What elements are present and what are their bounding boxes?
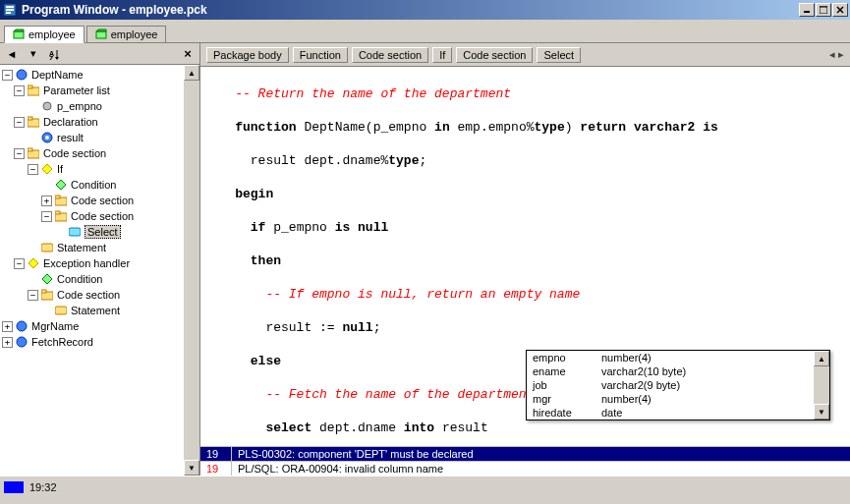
breadcrumb-select[interactable]: Select [537, 47, 581, 63]
tree-node-if[interactable]: −If [0, 161, 199, 177]
breadcrumb-code-section-2[interactable]: Code section [456, 47, 533, 63]
breadcrumb-function[interactable]: Function [293, 47, 348, 63]
svg-rect-22 [28, 117, 32, 120]
tree-scrollbar[interactable]: ▲ ▼ [184, 65, 199, 476]
svg-rect-1 [6, 6, 14, 8]
sidebar-close-button[interactable]: × [180, 46, 196, 62]
scroll-up-icon[interactable]: ▲ [184, 65, 199, 81]
tree-node-result[interactable]: result [0, 130, 199, 145]
collapse-icon[interactable]: − [28, 290, 38, 301]
code-tree[interactable]: −DeptName −Parameter list p_empno −Decla… [0, 65, 199, 476]
autocomplete-item[interactable]: jobvarchar2(9 byte) [527, 378, 814, 392]
svg-rect-32 [55, 211, 60, 214]
autocomplete-item[interactable]: enamevarchar2(10 byte) [527, 364, 814, 378]
back-button[interactable]: ◄ [4, 46, 20, 62]
status-bar: 19:32 [0, 476, 850, 497]
tree-node-statement2[interactable]: Statement [0, 303, 199, 318]
code-editor[interactable]: -- Return the name of the department fun… [200, 67, 850, 446]
svg-text:Z: Z [49, 55, 54, 60]
error-row[interactable]: 19 PLS-00302: component 'DEPT' must be d… [200, 446, 850, 461]
tree-node-paramlist[interactable]: −Parameter list [0, 83, 199, 98]
breadcrumb-package-body[interactable]: Package body [206, 47, 289, 63]
error-panel: 19 PLS-00302: component 'DEPT' must be d… [200, 446, 850, 476]
folder-icon [54, 209, 68, 223]
tree-node-codesection[interactable]: −Code section [0, 145, 199, 161]
autocomplete-popup[interactable]: empnonumber(4) enamevarchar2(10 byte) jo… [526, 350, 830, 420]
minimize-button[interactable] [799, 3, 815, 17]
tree-node-select[interactable]: Select [0, 224, 199, 240]
tree-node-mgrname[interactable]: +MgrName [0, 318, 199, 334]
tree-node-exception[interactable]: −Exception handler [0, 255, 199, 271]
svg-rect-19 [28, 85, 32, 88]
maximize-button[interactable] [816, 3, 831, 17]
content-area: Package body Function Code section If Co… [200, 43, 850, 476]
svg-rect-33 [69, 228, 81, 236]
dropdown-button[interactable]: ▾ [26, 46, 41, 62]
expand-icon[interactable]: + [2, 337, 13, 348]
tree-node-codesection2[interactable]: +Code section [0, 193, 199, 208]
expand-icon[interactable]: + [2, 321, 13, 332]
close-button[interactable] [832, 3, 848, 17]
collapse-icon[interactable]: − [14, 148, 25, 159]
tree-node-declaration[interactable]: −Declaration [0, 114, 199, 130]
condition-icon [40, 272, 54, 286]
package-icon [13, 28, 25, 40]
folder-icon [27, 146, 40, 160]
svg-marker-35 [28, 258, 38, 268]
breadcrumb-if[interactable]: If [432, 47, 452, 63]
collapse-icon[interactable]: − [14, 258, 25, 269]
collapse-icon[interactable]: − [41, 211, 52, 222]
svg-rect-3 [6, 12, 11, 14]
status-time: 19:32 [29, 481, 57, 493]
tab-employee-2[interactable]: employee [86, 26, 167, 42]
collapse-icon[interactable]: − [14, 117, 25, 128]
error-row[interactable]: 19 PL/SQL: ORA-00904: invalid column nam… [200, 461, 850, 476]
param-icon [40, 99, 54, 113]
if-icon [40, 162, 54, 176]
svg-point-41 [17, 337, 27, 347]
tree-node-codesection4[interactable]: −Code section [0, 287, 199, 303]
tree-node-statement[interactable]: Statement [0, 240, 199, 255]
expand-icon[interactable]: + [41, 196, 52, 206]
status-progress-indicator [4, 481, 24, 493]
tab-employee-1[interactable]: employee [4, 26, 85, 43]
function-icon [15, 335, 28, 349]
breadcrumb-code-section[interactable]: Code section [352, 47, 428, 63]
scroll-down-icon[interactable]: ▼ [814, 404, 829, 420]
breadcrumb-nav[interactable]: ◂ ▸ [829, 48, 844, 61]
window-title: Program Window - employee.pck [22, 3, 799, 17]
sort-button[interactable]: AZ [47, 46, 63, 62]
tab-bar: employee employee [0, 20, 850, 43]
autocomplete-item[interactable]: mgrnumber(4) [527, 392, 814, 406]
tree-node-fetchrecord[interactable]: +FetchRecord [0, 334, 199, 350]
tree-node-codesection3[interactable]: −Code section [0, 208, 199, 224]
autocomplete-scrollbar[interactable]: ▲ ▼ [814, 351, 829, 420]
folder-icon [27, 115, 40, 129]
tree-node-deptname[interactable]: −DeptName [0, 67, 199, 83]
collapse-icon[interactable]: − [2, 70, 13, 81]
tree-node-condition2[interactable]: Condition [0, 271, 199, 287]
package-icon [95, 28, 107, 40]
statement-icon [40, 241, 54, 254]
scroll-down-icon[interactable]: ▼ [184, 460, 199, 476]
tree-node-condition[interactable]: Condition [0, 177, 199, 193]
collapse-icon[interactable]: − [14, 85, 25, 96]
function-icon [15, 319, 28, 333]
tree-node-p-empno[interactable]: p_empno [0, 98, 199, 114]
folder-icon [54, 194, 68, 207]
error-line-number: 19 [200, 447, 232, 461]
svg-point-40 [17, 321, 27, 331]
svg-point-24 [45, 136, 49, 140]
svg-point-17 [17, 70, 27, 80]
error-message: PLS-00302: component 'DEPT' must be decl… [232, 447, 850, 461]
autocomplete-item[interactable]: empnonumber(4) [527, 351, 814, 364]
collapse-icon[interactable]: − [28, 164, 38, 175]
function-icon [15, 68, 28, 82]
scroll-up-icon[interactable]: ▲ [814, 351, 829, 366]
tab-label: employee [28, 28, 76, 40]
variable-icon [40, 131, 54, 144]
svg-rect-9 [14, 31, 24, 38]
autocomplete-item[interactable]: hiredatedate [527, 406, 814, 420]
svg-point-20 [43, 102, 51, 110]
svg-rect-2 [6, 9, 14, 11]
